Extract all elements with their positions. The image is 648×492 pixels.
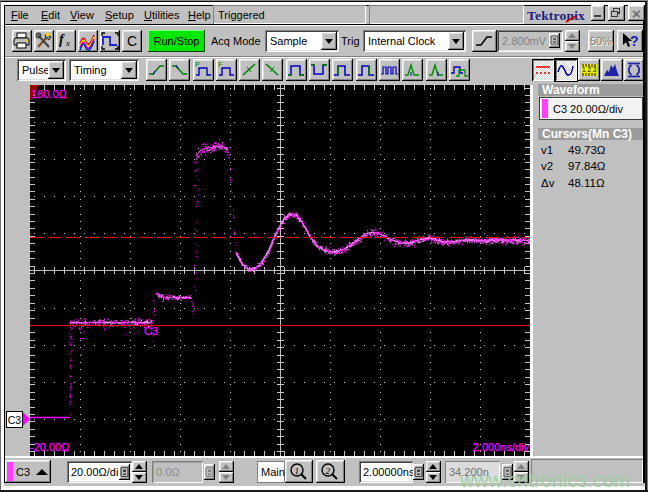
svg-text:F: F	[218, 61, 222, 68]
svg-text:P: P	[195, 61, 200, 68]
svg-text:?: ?	[630, 33, 639, 49]
svg-text:C3: C3	[144, 325, 158, 337]
svg-text:-20.00Ω: -20.00Ω	[30, 441, 69, 453]
svg-text:1 2 3: 1 2 3	[582, 66, 597, 73]
svg-text:180.0Ω: 180.0Ω	[31, 88, 67, 100]
svg-text:2.000ns/div: 2.000ns/div	[473, 441, 530, 453]
svg-text:2: 2	[326, 466, 331, 476]
svg-text:1: 1	[295, 466, 300, 476]
